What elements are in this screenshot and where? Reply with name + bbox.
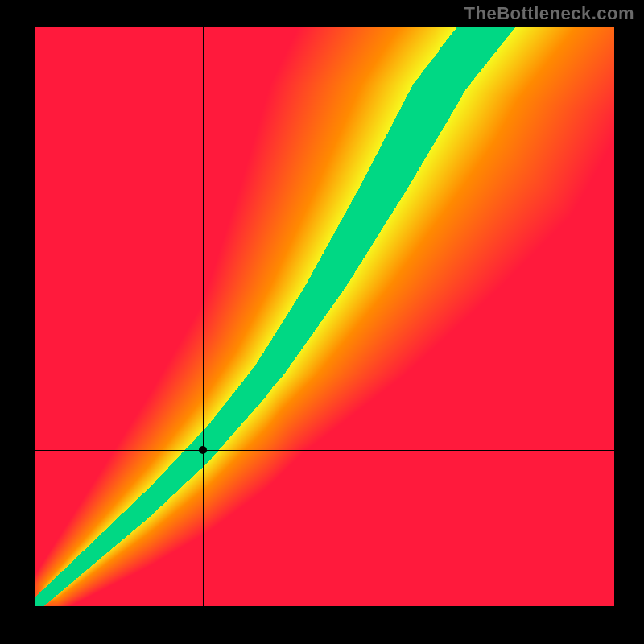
crosshair-horizontal [35, 450, 614, 451]
selection-marker-icon [199, 446, 207, 454]
chart-container: TheBottleneck.com [0, 0, 644, 644]
bottleneck-heatmap [35, 27, 614, 606]
attribution-label: TheBottleneck.com [464, 3, 634, 24]
crosshair-vertical [203, 27, 204, 606]
